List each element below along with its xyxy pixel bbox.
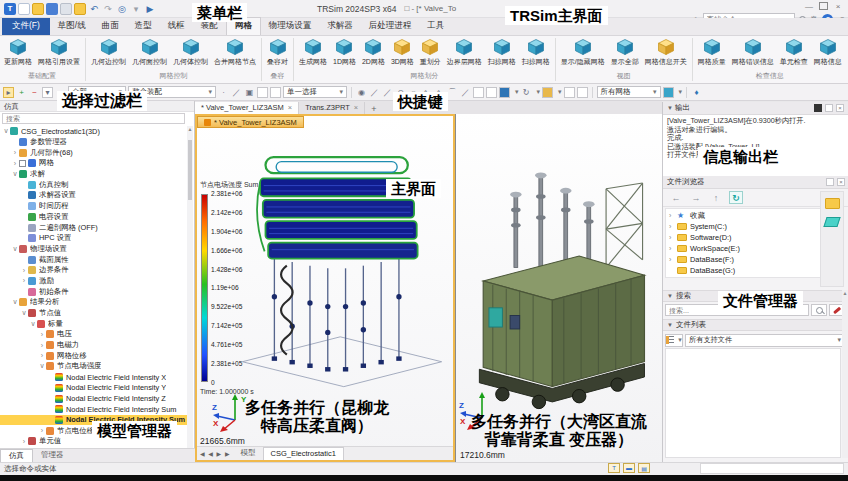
ribbon-button[interactable]: 2D网格 bbox=[360, 37, 387, 68]
mesh-display-icon[interactable] bbox=[663, 87, 674, 98]
ribbon-button[interactable]: 几何面控制 bbox=[130, 37, 169, 68]
tree-item[interactable]: 截面属性 bbox=[0, 254, 188, 265]
view-transformer[interactable]: Z X 17210.6mm bbox=[455, 114, 662, 462]
open-folder-icon[interactable] bbox=[32, 3, 44, 15]
add-select-icon[interactable]: + bbox=[16, 87, 27, 98]
active-view-tab[interactable]: * Valve_Tower_LIZ3ASM bbox=[197, 116, 304, 128]
mesh-filter-select[interactable]: 所有网格▾ bbox=[597, 86, 661, 98]
tree-item[interactable]: ›网格 bbox=[0, 158, 188, 169]
ribbon-button[interactable]: 边界层网格 bbox=[445, 37, 484, 68]
tree-item[interactable]: Nodal Electric Field Intensity Y bbox=[0, 383, 188, 394]
tree-item[interactable]: 求解器设置 bbox=[0, 190, 188, 201]
panel-scrollbar[interactable]: ▲ bbox=[842, 290, 848, 458]
maximize-button[interactable] bbox=[819, 2, 828, 10]
collapse-icon[interactable]: ▼ bbox=[667, 105, 673, 111]
filter-picker-icon[interactable]: ▾ bbox=[42, 87, 53, 98]
pick-body-icon[interactable] bbox=[257, 87, 268, 98]
view-dropdown-icon[interactable]: ▾ bbox=[515, 88, 519, 96]
tab-tools[interactable]: 工具 bbox=[419, 18, 452, 35]
ribbon-button[interactable]: 显示/隐藏网格 bbox=[559, 37, 607, 68]
ribbon-button[interactable]: 3D网格 bbox=[389, 37, 416, 68]
tree-item[interactable]: ›几何部件(68) bbox=[0, 147, 188, 158]
tree-item[interactable]: 参数管理器 bbox=[0, 137, 188, 148]
select-cursor-icon[interactable]: ▸ bbox=[3, 87, 14, 98]
file-list[interactable] bbox=[665, 348, 841, 458]
tree-item[interactable]: ∨物理场设置 bbox=[0, 244, 188, 255]
close-panel-icon[interactable]: × bbox=[836, 104, 844, 112]
pick-face-icon[interactable]: ▣ bbox=[244, 87, 255, 98]
drive-item[interactable]: DataBase(G:) bbox=[666, 265, 820, 276]
mesh-display-dropdown-icon[interactable]: ▾ bbox=[679, 88, 683, 96]
open-recent-icon[interactable] bbox=[74, 3, 86, 15]
tab-solver[interactable]: 求解器 bbox=[319, 18, 361, 35]
ribbon-button[interactable]: 网格信息 bbox=[812, 37, 844, 68]
tree-item[interactable]: HPC 设置 bbox=[0, 233, 188, 244]
ribbon-button[interactable]: 几何体控制 bbox=[171, 37, 210, 68]
close-button[interactable]: × bbox=[832, 1, 844, 11]
tab-simulation[interactable]: 仿真 bbox=[0, 449, 33, 462]
tree-item[interactable]: Nodal Electric Field Intensity Z bbox=[0, 393, 188, 404]
refresh-icon[interactable]: ↻ bbox=[729, 191, 743, 204]
ribbon-button[interactable]: 显示全部 bbox=[609, 37, 641, 68]
tree-item[interactable]: 仿真控制 bbox=[0, 179, 188, 190]
minimize-panel-icon[interactable] bbox=[826, 178, 834, 186]
tree-search-input[interactable] bbox=[2, 113, 185, 124]
tree-item[interactable]: ∨求解 bbox=[0, 169, 188, 180]
nav-arrows[interactable]: ◀ ◀ ▶ ▶ bbox=[197, 450, 234, 460]
view-cube-icon[interactable] bbox=[499, 87, 510, 98]
file-type-filter-select[interactable]: 所有支持文件 ▾ bbox=[685, 334, 845, 347]
render-mode-icon[interactable] bbox=[542, 87, 553, 98]
pick-mode-select[interactable]: 单一选择▾ bbox=[283, 86, 347, 98]
tree-item[interactable]: ›电压 bbox=[0, 329, 188, 340]
status-display-icon[interactable]: ▬ bbox=[623, 463, 635, 473]
pin-icon[interactable] bbox=[814, 104, 822, 112]
ribbon-button[interactable]: 单元检查 bbox=[778, 37, 810, 68]
ribbon-button[interactable]: 网格信息开关 bbox=[643, 37, 689, 68]
drive-item-favorites[interactable]: ›★收藏 bbox=[666, 210, 820, 221]
undo-icon[interactable]: ↶ bbox=[88, 3, 100, 15]
status-tool-icon[interactable]: T bbox=[608, 463, 620, 473]
drive-item[interactable]: ›Software(D:) bbox=[666, 232, 820, 243]
drive-item[interactable]: ›WorkSpace(E:) bbox=[666, 243, 820, 254]
part-icon[interactable] bbox=[823, 217, 840, 227]
nav-tab-doc[interactable]: CSG_Electrostatic1 bbox=[263, 447, 344, 460]
tree-item[interactable]: Nodal Electric Field Intensity X bbox=[0, 372, 188, 383]
pick-assembly-icon[interactable] bbox=[270, 87, 281, 98]
tree-item[interactable]: 时间历程 bbox=[0, 201, 188, 212]
tree-item[interactable]: ›激励 bbox=[0, 276, 188, 287]
close-tab-icon[interactable]: × bbox=[354, 103, 358, 112]
nav-tab-model[interactable]: 模型 bbox=[234, 447, 263, 460]
doc-tab-trans[interactable]: Trans.Z3PRT × bbox=[299, 102, 365, 114]
render-dropdown-icon[interactable]: ▾ bbox=[558, 88, 562, 96]
remove-select-icon[interactable]: − bbox=[29, 87, 40, 98]
forward-icon[interactable]: → bbox=[689, 191, 703, 204]
drive-item[interactable]: ›DataBase(F:) bbox=[666, 254, 820, 265]
snap-circle-icon[interactable]: ◉ bbox=[356, 87, 367, 98]
search-go-button[interactable] bbox=[811, 304, 827, 316]
ribbon-button[interactable]: 1D网格 bbox=[331, 37, 358, 68]
tree-item[interactable]: ›边界条件 bbox=[0, 265, 188, 276]
tab-physics[interactable]: 物理场设置 bbox=[261, 18, 320, 35]
tree-item[interactable]: ›电磁力 bbox=[0, 340, 188, 351]
ribbon-button[interactable]: 叠容对 bbox=[265, 37, 290, 68]
ribbon-button[interactable]: 生成网格 bbox=[297, 37, 329, 68]
new-document-icon[interactable] bbox=[18, 3, 30, 15]
plane-toggle-icon[interactable] bbox=[577, 87, 588, 98]
tab-sketch[interactable]: 草图/线 bbox=[50, 18, 94, 35]
ribbon-button[interactable]: 重划分 bbox=[418, 37, 443, 68]
tree-item[interactable]: ›网格位移 bbox=[0, 350, 188, 361]
tab-file[interactable]: 文件(F) bbox=[2, 18, 50, 35]
drive-item[interactable]: ›System(C:) bbox=[666, 221, 820, 232]
back-icon[interactable]: ← bbox=[669, 191, 683, 204]
tab-surface[interactable]: 曲面 bbox=[94, 18, 127, 35]
play-icon[interactable]: ▶ bbox=[144, 3, 156, 15]
qat-dropdown-icon[interactable]: ▾ bbox=[130, 3, 142, 15]
bell-icon[interactable]: ♦ bbox=[691, 87, 702, 98]
tree-item[interactable]: ∨CSG_Electrostatic1(3D) bbox=[0, 126, 188, 137]
grid-toggle-icon[interactable] bbox=[564, 87, 575, 98]
ribbon-button[interactable]: 扫掠网格 bbox=[520, 37, 552, 68]
close-tab-icon[interactable]: × bbox=[288, 103, 292, 112]
ribbon-button[interactable]: 几何边控制 bbox=[89, 37, 128, 68]
draw-segment-icon[interactable]: ／ bbox=[460, 87, 471, 98]
redo-icon[interactable]: ↷ bbox=[102, 3, 114, 15]
